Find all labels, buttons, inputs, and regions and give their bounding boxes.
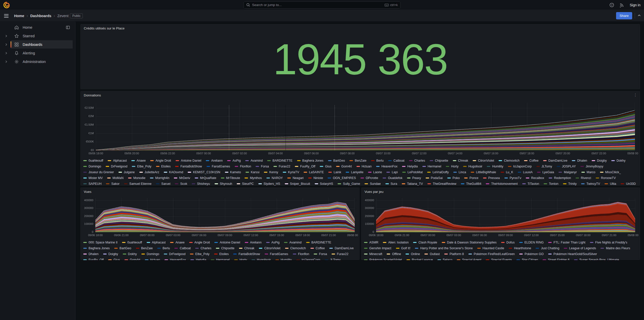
legend-item[interactable]: JimmyBoyyy (580, 163, 603, 169)
legend-item[interactable]: BenZaie (136, 245, 153, 251)
legend-item[interactable]: JulietteArz (139, 169, 159, 175)
chevron-right-icon[interactable] (2, 34, 11, 38)
legend-item[interactable]: BARDINETTE (267, 158, 292, 163)
legend-item[interactable]: Domingo (141, 251, 159, 257)
legend-item[interactable]: Alien: Isolation (383, 239, 409, 245)
legend-item[interactable]: Catboat (174, 245, 191, 251)
legend-item[interactable]: Gom4rt (336, 163, 352, 169)
legend-item[interactable]: ASMR (364, 239, 378, 245)
legend-item[interactable]: Elbe_Poly (190, 251, 209, 257)
legend-item[interactable]: FantaBobShow (175, 163, 202, 169)
legend-item[interactable]: Horty (446, 163, 459, 169)
legend-item[interactable]: Special Events (486, 257, 512, 260)
vues-chart-canvas[interactable] (82, 196, 358, 239)
legend-item[interactable]: Baghera Jones (83, 245, 110, 251)
legend-item[interactable]: AsPig (266, 239, 280, 245)
legend-item[interactable]: Star Citizen (516, 257, 538, 260)
legend-item[interactable]: Hugolisoir (252, 257, 271, 260)
panel-title-vues-par-jeu[interactable]: Vues par jeu (365, 190, 383, 194)
legend-item[interactable]: Hctuan (145, 257, 160, 260)
legend-item[interactable]: Flonflon (235, 163, 251, 169)
legend-item[interactable]: 0uahleouff (83, 158, 103, 163)
chevron-right-icon[interactable] (2, 43, 11, 46)
legend-item[interactable]: TheGuill84 (461, 181, 481, 186)
legend-item[interactable]: Alphacast (108, 158, 127, 163)
legend-item[interactable]: Pokémon Scarlet/Violet (364, 257, 402, 260)
legend-item[interactable]: CitronViolet (259, 245, 280, 251)
chevron-up-icon[interactable] (637, 14, 641, 18)
legend-item[interactable]: Marco (581, 169, 595, 175)
legend-item[interactable]: Un33D (621, 181, 636, 186)
legend-item[interactable]: Monodie (128, 175, 145, 181)
legend-item[interactable]: TheGreatReview (427, 181, 456, 186)
legend-item[interactable]: Tonton (544, 181, 558, 186)
legend-item[interactable]: Saruei (156, 181, 170, 186)
legend-item[interactable]: Alphacast (147, 239, 166, 245)
legend-item[interactable]: FarodGames (265, 251, 288, 257)
legend-item[interactable]: Poko (447, 175, 460, 181)
legend-item[interactable]: Recalbox (526, 175, 544, 181)
legend-item[interactable]: LePotoMat (402, 169, 423, 175)
sidebar-link-dashboards[interactable]: Dashboards (11, 40, 73, 49)
chevron-right-icon[interactable] (2, 60, 11, 63)
legend-item[interactable]: Furax22 (332, 251, 348, 257)
legend-item[interactable]: Angle Droit (189, 239, 210, 245)
legend-item[interactable]: Ouatdefok (383, 175, 403, 181)
legend-item[interactable]: Angle Droit (150, 158, 171, 163)
legend-item[interactable]: Offline (387, 251, 401, 257)
legend-item[interactable]: Etoiles (156, 163, 171, 169)
legend-item[interactable]: Samuel Etienne (124, 181, 151, 186)
legend-item[interactable]: Kameto (225, 169, 241, 175)
legend-item[interactable]: Furax22 (273, 163, 290, 169)
legend-item[interactable]: Scok (175, 181, 187, 186)
legend-item[interactable]: LeVraiDoffy (427, 169, 449, 175)
legend-item[interactable]: Ultia (605, 181, 616, 186)
legend-item[interactable]: Slyders_HS (258, 181, 280, 186)
legend-item[interactable]: Niniste (308, 175, 323, 181)
legend-item[interactable]: KEMIST_C10H15N (188, 169, 220, 175)
legend-item[interactable]: TiTavion (522, 181, 539, 186)
legend-item[interactable]: Haunted Castle (477, 245, 504, 251)
search-bar[interactable]: ctrl+k (244, 2, 400, 9)
legend-item[interactable]: Laink (328, 169, 341, 175)
breadcrumb-item[interactable]: Dashboards (30, 14, 51, 18)
legend-item[interactable]: Sura (385, 181, 397, 186)
legend-item[interactable]: Clemovitch (499, 158, 519, 163)
sidebar-link-administration[interactable]: Administration (11, 57, 73, 66)
legend-item[interactable]: Gius (320, 163, 332, 169)
legend-item[interactable]: Pokémon HeartGold/SoulSilver (548, 251, 597, 257)
legend-item[interactable]: Coffee (310, 245, 325, 251)
legend-item[interactable]: BartGeo (328, 158, 345, 163)
legend-item[interactable]: Sakor (106, 181, 119, 186)
share-button[interactable]: Share (616, 12, 632, 19)
legend-item[interactable]: Etoiles (214, 251, 229, 257)
legend-item[interactable]: Charles (195, 245, 211, 251)
sidebar-link-alerting[interactable]: Alerting (11, 49, 73, 57)
legend-item[interactable]: KyriaTV (283, 169, 299, 175)
legend-item[interactable]: Chipsette (430, 158, 448, 163)
legend-item[interactable]: Humility (487, 163, 503, 169)
legend-item[interactable]: Lu_K (501, 169, 513, 175)
panel-menu-icon[interactable]: ⋮ (633, 93, 637, 97)
legend-item[interactable]: Doigby (592, 158, 607, 163)
legend-item[interactable]: League of Legends (564, 245, 596, 251)
legend-item[interactable]: DrFeelgood (106, 163, 127, 169)
legend-item[interactable]: Redemption (549, 175, 571, 181)
legend-item[interactable]: MrQuaRate (195, 175, 216, 181)
legend-item[interactable]: Pressea (483, 175, 500, 181)
grafana-logo-icon[interactable] (3, 2, 10, 9)
legend-item[interactable]: Special Agent (457, 257, 481, 260)
legend-item[interactable]: Joueur du Grenier (83, 169, 114, 175)
legend-item[interactable]: Sniper_Biscuit (285, 181, 310, 186)
legend-item[interactable]: JLTomy (536, 163, 552, 169)
legend-item[interactable]: Julgane (118, 169, 135, 175)
panel-title-vues[interactable]: Vues (84, 190, 91, 194)
legend-item[interactable]: FuuRy_Off (83, 257, 104, 260)
dock-sidebar-icon[interactable] (66, 25, 70, 30)
legend-item[interactable]: Dale & Dawson Stationery Supplies (442, 239, 497, 245)
legend-item[interactable]: RoroowTV (596, 175, 616, 181)
legend-item[interactable]: JOSPLAY (557, 163, 576, 169)
legend-item[interactable]: Shynouh (215, 181, 232, 186)
legend-item[interactable]: Doigby (103, 251, 118, 257)
chevron-right-icon[interactable] (2, 52, 11, 55)
